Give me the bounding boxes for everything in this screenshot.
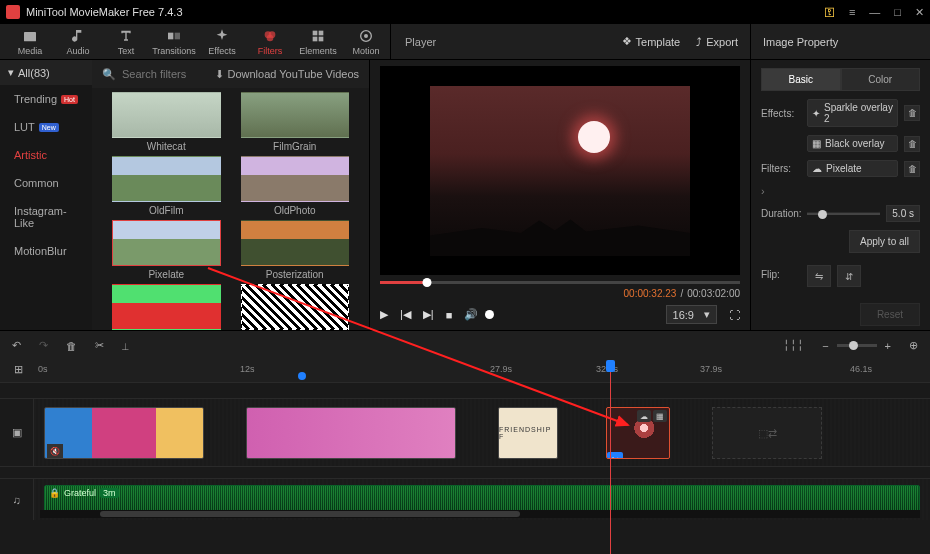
lock-icon: 🔒 bbox=[49, 488, 60, 498]
video-track-head[interactable]: ▣ bbox=[0, 399, 34, 466]
category-lut[interactable]: LUTNew bbox=[0, 113, 92, 141]
nav-media[interactable]: Media bbox=[6, 24, 54, 59]
aspect-select[interactable]: 16:9▾ bbox=[666, 305, 717, 324]
export-button[interactable]: ⤴Export bbox=[696, 35, 738, 48]
filter-filmgrain[interactable]: FilmGrain bbox=[241, 92, 350, 152]
svg-rect-2 bbox=[175, 32, 180, 39]
minimize-icon[interactable]: ― bbox=[869, 6, 880, 18]
nav-elements[interactable]: Elements bbox=[294, 24, 342, 59]
split-icon[interactable]: ✂ bbox=[95, 339, 104, 352]
audio-track-head[interactable]: ♫ bbox=[0, 479, 34, 520]
duration-slider[interactable] bbox=[807, 212, 880, 215]
player-label: Player bbox=[405, 36, 436, 48]
delete-filter-1[interactable]: 🗑 bbox=[904, 161, 920, 177]
zoom-out-icon[interactable]: − bbox=[822, 340, 828, 352]
delete-icon[interactable]: 🗑 bbox=[66, 340, 77, 352]
clip-3[interactable]: FRIENDSHIP F ⇄ bbox=[498, 407, 558, 459]
effect-chip-1[interactable]: ✦Sparkle overlay 2 bbox=[807, 99, 898, 127]
category-trending[interactable]: TrendingHot bbox=[0, 85, 92, 113]
empty-slot[interactable]: ⬚ ⇄ bbox=[712, 407, 822, 459]
filter-pixelate[interactable]: Pixelate bbox=[112, 220, 221, 280]
total-time: 00:03:02:00 bbox=[687, 288, 740, 299]
app-logo bbox=[6, 5, 20, 19]
tab-basic[interactable]: Basic bbox=[761, 68, 841, 91]
delete-effect-1[interactable]: 🗑 bbox=[904, 105, 920, 121]
download-youtube-button[interactable]: ⬇Download YouTube Videos bbox=[215, 68, 360, 81]
template-icon: ❖ bbox=[622, 35, 632, 48]
category-motionblur[interactable]: MotionBlur bbox=[0, 237, 92, 265]
category-instagram[interactable]: Instagram-Like bbox=[0, 197, 92, 237]
hot-badge: Hot bbox=[61, 95, 78, 104]
fullscreen-icon[interactable]: ⛶ bbox=[729, 309, 740, 321]
clip-4-selected[interactable]: ☁▦ ✂ ⇄ bbox=[606, 407, 670, 459]
play-icon[interactable]: ▶ bbox=[380, 308, 388, 321]
apply-to-all-button[interactable]: Apply to all bbox=[849, 230, 920, 253]
search-filters[interactable]: 🔍Search filters bbox=[102, 68, 186, 81]
zoom-slider[interactable] bbox=[837, 344, 877, 347]
effect-badge-icon: ▦ bbox=[653, 410, 667, 422]
expand-icon[interactable]: › bbox=[761, 185, 920, 197]
audio-clip[interactable]: 🔒Grateful3m bbox=[44, 485, 920, 513]
add-track-icon[interactable]: ⊞ bbox=[14, 363, 23, 376]
filter-icon: ☁ bbox=[812, 163, 822, 174]
filter-oldphoto[interactable]: OldPhoto bbox=[241, 156, 350, 216]
reset-button[interactable]: Reset bbox=[860, 303, 920, 326]
next-frame-icon[interactable]: ▶| bbox=[423, 308, 434, 321]
nav-text[interactable]: Text bbox=[102, 24, 150, 59]
redo-icon[interactable]: ↷ bbox=[39, 339, 48, 352]
filter-grid: Whitecat FilmGrain OldFilm OldPhoto Pixe… bbox=[92, 88, 369, 330]
video-track[interactable]: ▣ 🔇 ⇄ ⇄ FRIENDSHIP F ⇄ ☁▦ ✂ ⇄ ⬚ ⇄ bbox=[0, 398, 930, 466]
template-button[interactable]: ❖Template bbox=[622, 35, 681, 48]
clip-2[interactable]: ⇄ bbox=[246, 407, 456, 459]
prev-frame-icon[interactable]: |◀ bbox=[400, 308, 411, 321]
flip-horizontal-button[interactable]: ⇋ bbox=[807, 265, 831, 287]
category-sidebar: ▾All(83) TrendingHot LUTNew Artistic Com… bbox=[0, 60, 92, 330]
duration-label: Duration: bbox=[761, 208, 801, 219]
filter-whitecat[interactable]: Whitecat bbox=[112, 92, 221, 152]
zoom-in-icon[interactable]: + bbox=[885, 340, 891, 352]
undo-icon[interactable]: ↶ bbox=[12, 339, 21, 352]
nav-transitions[interactable]: Transitions bbox=[150, 24, 198, 59]
close-icon[interactable]: ✕ bbox=[915, 6, 924, 19]
nav-audio[interactable]: Audio bbox=[54, 24, 102, 59]
nav-filters[interactable]: Filters bbox=[246, 24, 294, 59]
maximize-icon[interactable]: □ bbox=[894, 6, 901, 18]
filter-chip-1[interactable]: ☁Pixelate bbox=[807, 160, 898, 177]
key-icon[interactable]: ⚿ bbox=[824, 6, 835, 18]
nav-motion[interactable]: Motion bbox=[342, 24, 390, 59]
download-icon: ⬇ bbox=[215, 68, 224, 81]
filter-row4a[interactable] bbox=[112, 284, 221, 330]
timeline-scrollbar[interactable] bbox=[40, 510, 920, 518]
audio-level-icon[interactable]: ╎╎╎ bbox=[783, 339, 804, 352]
filter-posterization[interactable]: Posterization bbox=[241, 220, 350, 280]
volume-icon[interactable]: 🔊 bbox=[464, 308, 478, 321]
marker-dot[interactable] bbox=[298, 372, 306, 380]
crop-icon[interactable]: ⟂ bbox=[122, 340, 129, 352]
props-header: Image Property bbox=[750, 24, 930, 59]
effect-chip-2[interactable]: ▦Black overlay bbox=[807, 135, 898, 152]
filter-oldfilm[interactable]: OldFilm bbox=[112, 156, 221, 216]
current-time: 00:00:32.23 bbox=[624, 288, 677, 299]
svg-point-5 bbox=[267, 34, 274, 41]
preview-area[interactable] bbox=[380, 66, 740, 275]
delete-effect-2[interactable]: 🗑 bbox=[904, 136, 920, 152]
flip-vertical-button[interactable]: ⇵ bbox=[837, 265, 861, 287]
zoom-fit-icon[interactable]: ⊕ bbox=[909, 339, 918, 352]
top-nav: Media Audio Text Transitions Effects Fil… bbox=[0, 24, 390, 59]
category-artistic[interactable]: Artistic bbox=[0, 141, 92, 169]
menu-icon[interactable]: ≡ bbox=[849, 6, 855, 18]
timeline-ruler[interactable]: ⊞ 0s 12s 27.9s 32.9s 37.9s 46.1s bbox=[0, 360, 930, 382]
nav-effects[interactable]: Effects bbox=[198, 24, 246, 59]
player-progress[interactable] bbox=[380, 281, 740, 284]
category-all[interactable]: ▾All(83) bbox=[0, 60, 92, 85]
duration-value[interactable]: 5.0 s bbox=[886, 205, 920, 222]
stop-icon[interactable]: ■ bbox=[446, 309, 453, 321]
category-common[interactable]: Common bbox=[0, 169, 92, 197]
transition-right-5[interactable]: ⇄ bbox=[768, 427, 777, 440]
playhead[interactable] bbox=[610, 360, 611, 554]
clip-1[interactable]: 🔇 ⇄ bbox=[44, 407, 204, 459]
sparkle-icon: ✦ bbox=[812, 108, 820, 119]
mute-icon[interactable]: 🔇 bbox=[47, 444, 63, 458]
filter-row4b[interactable] bbox=[241, 284, 350, 330]
tab-color[interactable]: Color bbox=[841, 68, 921, 91]
